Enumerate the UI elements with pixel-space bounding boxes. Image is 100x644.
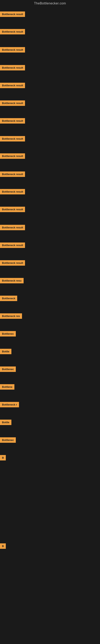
- bottleneck-badge[interactable]: Bottleneck result: [0, 12, 25, 17]
- bottleneck-item: B: [0, 455, 6, 461]
- bottleneck-item: Bottleneck result: [0, 12, 25, 18]
- bottleneck-item: Bottle: [0, 349, 11, 355]
- bottleneck-badge[interactable]: Bottlenec: [0, 437, 16, 443]
- bottleneck-item: Bottlenec: [0, 331, 16, 337]
- bottleneck-badge[interactable]: Bottle: [0, 420, 11, 425]
- bottleneck-badge[interactable]: Bottleneck result: [0, 83, 25, 88]
- bottleneck-item: Bottlene: [0, 384, 14, 390]
- bottleneck-item: Bottleneck result: [0, 136, 25, 142]
- bottleneck-badge[interactable]: Bottleneck result: [0, 136, 25, 142]
- bottleneck-item: Bottleneck r: [0, 402, 19, 408]
- bottleneck-badge[interactable]: Bottleneck res: [0, 313, 22, 319]
- site-title: TheBottlenecker.com: [0, 0, 100, 7]
- bottleneck-item: Bottleneck resu: [0, 278, 24, 284]
- bottleneck-item: B: [0, 544, 6, 550]
- bottleneck-badge[interactable]: Bottleneck result: [0, 225, 25, 230]
- bottleneck-item: Bottleneck result: [0, 189, 25, 195]
- bottleneck-badge[interactable]: Bottle: [0, 349, 11, 354]
- bottleneck-badge[interactable]: B: [0, 544, 6, 549]
- bottleneck-badge[interactable]: B: [0, 455, 6, 460]
- bottleneck-item: Bottleneck result: [0, 207, 25, 213]
- bottleneck-item: Bottleneck res: [0, 313, 22, 320]
- bottleneck-badge[interactable]: Bottleneck result: [0, 153, 25, 159]
- bottleneck-item: Bottleneck result: [0, 118, 25, 124]
- bottleneck-badge[interactable]: Bottleneck r: [0, 402, 19, 407]
- bottleneck-badge[interactable]: Bottleneck result: [0, 100, 25, 106]
- bottleneck-item: Bottlenec: [0, 366, 16, 373]
- bottleneck-item: Bottlenec: [0, 437, 16, 444]
- bottleneck-item: Bottleneck result: [0, 29, 25, 35]
- bottleneck-item: Bottleneck result: [0, 100, 25, 107]
- bottleneck-badge[interactable]: Bottleneck result: [0, 172, 25, 177]
- bottleneck-badge[interactable]: Bottleneck result: [0, 65, 25, 70]
- bottleneck-badge[interactable]: Bottleneck result: [0, 207, 25, 212]
- bottleneck-badge[interactable]: Bottlenec: [0, 366, 16, 372]
- bottleneck-item: Bottleneck result: [0, 172, 25, 178]
- bottleneck-item: Bottle: [0, 420, 11, 426]
- bottleneck-badge[interactable]: Bottlene: [0, 384, 14, 390]
- bottleneck-badge[interactable]: Bottleneck result: [0, 47, 25, 52]
- bottleneck-item: Bottleneck result: [0, 65, 25, 71]
- bottleneck-item: Bottleneck result: [0, 225, 25, 231]
- bottleneck-badge[interactable]: Bottleneck result: [0, 242, 25, 248]
- bottleneck-badge[interactable]: Bottleneck: [0, 296, 17, 301]
- bottleneck-item: Bottleneck result: [0, 242, 25, 249]
- bottleneck-item: Bottleneck result: [0, 47, 25, 53]
- bottleneck-item: Bottleneck result: [0, 153, 25, 160]
- bottleneck-badge[interactable]: Bottlenec: [0, 331, 16, 336]
- bottleneck-badge[interactable]: Bottleneck resu: [0, 278, 24, 283]
- bottleneck-item: Bottleneck result: [0, 83, 25, 89]
- bottleneck-badge[interactable]: Bottleneck result: [0, 29, 25, 34]
- bottleneck-item: Bottleneck: [0, 296, 17, 302]
- bottleneck-item: Bottleneck result: [0, 260, 25, 266]
- bottleneck-badge[interactable]: Bottleneck result: [0, 260, 25, 266]
- bottleneck-badge[interactable]: Bottleneck result: [0, 118, 25, 124]
- bottleneck-badge[interactable]: Bottleneck result: [0, 189, 25, 194]
